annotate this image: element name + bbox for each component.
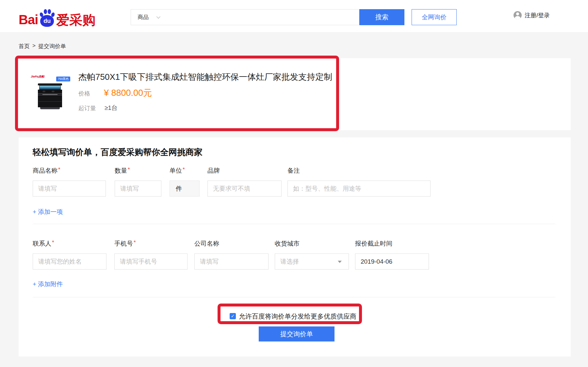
search-category-dropdown[interactable]: 商品	[138, 13, 159, 21]
stove-illustration	[38, 83, 62, 110]
breadcrumb-separator: >	[32, 43, 36, 50]
price-value: ¥ 8800.00元	[104, 87, 152, 99]
label-brand: 品牌	[207, 166, 220, 175]
unit-value: 件	[176, 185, 182, 192]
label-city: 收货城市	[275, 239, 300, 248]
inquiry-form-card: 轻松填写询价单，百度爱采购帮你全网挑商家 商品名称* 数量* 单位* 品牌 备注…	[19, 137, 571, 357]
search-input[interactable]	[159, 9, 359, 25]
baidu-b2b-logo[interactable]: Bai du 爱采购	[19, 9, 95, 27]
product-image-brand-text: JiePa杰帕	[31, 75, 44, 79]
required-asterisk: *	[183, 166, 185, 173]
add-item-link[interactable]: + 添加一项	[33, 208, 63, 216]
city-select[interactable]	[275, 253, 349, 270]
divider	[33, 224, 555, 224]
consent-checkbox[interactable]: ✓	[230, 313, 236, 319]
moq-value: ≥1台	[105, 104, 118, 112]
moq-label: 起订量	[78, 104, 96, 112]
required-asterisk: *	[134, 239, 136, 246]
label-remark: 备注	[287, 166, 300, 175]
label-deadline: 报价截止时间	[355, 239, 392, 248]
form-heading: 轻松填写询价单，百度爱采购帮你全网挑商家	[33, 147, 203, 158]
product-name-input[interactable]	[33, 181, 106, 197]
phone-input[interactable]	[114, 253, 188, 270]
product-image-badge: 750黑色	[56, 77, 70, 81]
product-card: JiePa杰帕 750黑色 杰帕750X1下吸下排式集成灶智能触控环保一体灶厂家…	[19, 58, 571, 130]
breadcrumb-home[interactable]: 首页	[19, 43, 30, 50]
divider	[33, 297, 555, 297]
label-phone: 手机号*	[114, 239, 136, 248]
contact-input[interactable]	[33, 253, 106, 270]
label-company: 公司名称	[194, 239, 219, 248]
submit-inquiry-button[interactable]: 提交询价单	[259, 326, 335, 341]
product-title[interactable]: 杰帕750X1下吸下排式集成灶智能触控环保一体灶厂家批发支持定制	[78, 71, 332, 83]
label-contact: 联系人*	[33, 239, 54, 248]
brand-input[interactable]	[207, 181, 282, 197]
required-asterisk: *	[52, 239, 54, 246]
breadcrumb: 首页 > 提交询价单	[19, 43, 66, 50]
header: Bai du 爱采购 商品 搜索 全网询价 注册/登录	[0, 0, 588, 32]
product-image[interactable]: JiePa杰帕 750黑色	[29, 65, 70, 111]
search-bar: 商品	[131, 9, 359, 25]
required-asterisk: *	[58, 166, 60, 173]
register-login-label: 注册/登录	[525, 11, 550, 19]
required-asterisk: *	[128, 166, 130, 173]
label-quantity: 数量*	[115, 166, 130, 175]
consent-label[interactable]: 允许百度将询价单分发给更多优质供应商	[239, 312, 356, 321]
add-attachment-link[interactable]: + 添加附件	[33, 280, 63, 288]
search-category-label: 商品	[138, 13, 149, 21]
search-button[interactable]: 搜索	[359, 9, 404, 25]
price-label: 价格	[78, 90, 90, 97]
logo-text-aicaigou: 爱采购	[56, 12, 95, 27]
remark-input[interactable]	[287, 181, 431, 197]
logo-text-du: du	[43, 18, 51, 25]
breadcrumb-current: 提交询价单	[38, 43, 66, 50]
global-inquiry-button[interactable]: 全网询价	[412, 9, 457, 25]
deadline-input[interactable]	[355, 253, 429, 270]
logo-text-bai: Bai	[19, 12, 38, 27]
label-unit: 单位*	[170, 166, 185, 175]
quantity-input[interactable]	[115, 181, 161, 197]
label-product-name: 商品名称*	[33, 166, 60, 175]
register-login[interactable]: 注册/登录	[514, 11, 550, 19]
baidu-paw-icon: du	[39, 9, 55, 27]
unit-select[interactable]: 件	[170, 181, 200, 197]
user-avatar-icon	[514, 11, 522, 19]
company-input[interactable]	[194, 253, 269, 270]
